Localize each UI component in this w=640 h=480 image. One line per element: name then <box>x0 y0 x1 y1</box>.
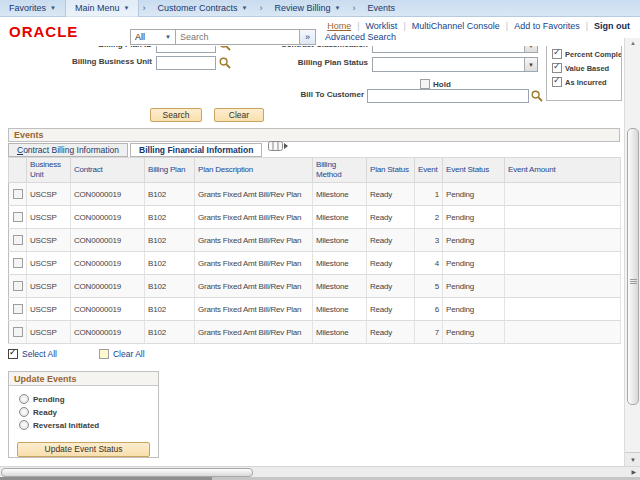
row-select-checkbox[interactable] <box>13 304 23 314</box>
breadcrumb-customer-contracts[interactable]: Customer Contracts ▼ <box>148 0 256 17</box>
horizontal-scrollbar-thumb[interactable] <box>1 468 253 477</box>
search-button[interactable]: Search <box>150 108 202 122</box>
column-header-event-amount: Event Amount <box>505 158 621 183</box>
search-input[interactable] <box>176 29 300 45</box>
cell-event-amount <box>505 321 621 344</box>
dropdown-arrow-icon: ▼ <box>524 46 537 52</box>
cell-business-unit: USCSP <box>27 275 71 298</box>
tab-contract-billing-information[interactable]: Contract Billing Information <box>8 143 128 157</box>
row-select-checkbox[interactable] <box>13 258 23 268</box>
clear-button[interactable]: Clear <box>214 108 264 122</box>
billing-business-unit-label: Billing Business Unit <box>0 57 152 66</box>
pending-radio[interactable] <box>19 394 29 404</box>
billing-business-unit-input[interactable] <box>156 56 216 70</box>
clear-all-link[interactable]: Clear All <box>99 349 145 359</box>
filter-form: Billing Plan ID Billing Business Unit Co… <box>0 46 622 128</box>
cell-contract: CON0000019 <box>71 252 145 275</box>
as-incurred-checkbox[interactable]: ✓ <box>552 77 562 87</box>
tab-label: ontract Billing Information <box>23 145 119 155</box>
search-go-button[interactable]: » <box>300 29 316 45</box>
oracle-logo: ORACLE <box>9 24 78 39</box>
row-select-checkbox[interactable] <box>13 235 23 245</box>
cell-event-amount <box>505 298 621 321</box>
update-event-status-button[interactable]: Update Event Status <box>17 442 150 457</box>
cell-event-status: Pending <box>443 275 505 298</box>
breadcrumb-events: Events <box>358 0 404 17</box>
breadcrumb-separator-icon: › <box>139 3 148 13</box>
value-based-checkbox[interactable]: ✓ <box>552 63 562 73</box>
bill-to-customer-label: Bill To Customer <box>230 90 364 99</box>
column-header-select <box>9 158 27 183</box>
clear-all-label: Clear All <box>113 349 145 359</box>
table-row: USCSP CON0000019 B102 Grants Fixed Amt B… <box>9 298 621 321</box>
cell-plan-description: Grants Fixed Amt Bill/Rev Plan <box>195 229 313 252</box>
cell-billing-method: Milestone <box>313 275 367 298</box>
table-row: USCSP CON0000019 B102 Grants Fixed Amt B… <box>9 321 621 344</box>
cell-billing-method: Milestone <box>313 229 367 252</box>
update-events-header: Update Events <box>9 372 158 386</box>
percent-complete-item: ✓ Percent Complete <box>552 49 622 59</box>
cell-contract: CON0000019 <box>71 229 145 252</box>
row-select-checkbox[interactable] <box>13 189 23 199</box>
column-header-plan-description: Plan Description <box>195 158 313 183</box>
select-all-link[interactable]: ✓ Select All <box>8 349 57 359</box>
tab-billing-financial-information[interactable]: Billing Financial Information <box>130 143 262 157</box>
breadcrumb-main-menu[interactable]: Main Menu ▼ <box>66 0 138 17</box>
contract-classification-select[interactable]: ▼ <box>372 46 538 53</box>
cell-event-status: Pending <box>443 183 505 206</box>
percent-complete-checkbox[interactable]: ✓ <box>552 49 562 59</box>
cell-business-unit: USCSP <box>27 183 71 206</box>
update-events-group: Update Events Pending Ready Reversal Ini… <box>8 371 159 458</box>
bill-to-customer-lookup-icon[interactable] <box>531 90 543 102</box>
scroll-down-icon[interactable]: ▼ <box>625 452 640 466</box>
row-select-checkbox[interactable] <box>13 327 23 337</box>
add-to-favorites-link[interactable]: Add to Favorites <box>514 21 580 31</box>
cell-event-status: Pending <box>443 298 505 321</box>
advanced-search-link[interactable]: Advanced Search <box>325 32 396 42</box>
cell-event: 7 <box>415 321 443 344</box>
reversal-initiated-radio[interactable] <box>19 420 29 430</box>
show-all-columns-icon[interactable] <box>268 137 289 155</box>
cell-plan-status: Ready <box>367 206 415 229</box>
cell-business-unit: USCSP <box>27 229 71 252</box>
hold-label: Hold <box>433 80 451 89</box>
link-separator: | <box>586 21 588 31</box>
cell-contract: CON0000019 <box>71 183 145 206</box>
cell-plan-status: Ready <box>367 275 415 298</box>
column-header-billing-method: Billing Method <box>313 158 367 183</box>
vertical-scrollbar-thumb[interactable] <box>627 128 639 405</box>
events-section-header: Events <box>8 128 620 142</box>
horizontal-scrollbar[interactable]: ▶ <box>0 466 640 477</box>
billing-plan-id-input[interactable] <box>156 46 216 53</box>
scroll-up-icon[interactable]: ▲ <box>625 40 640 46</box>
check-icon: ✓ <box>553 76 561 85</box>
link-separator: | <box>506 21 508 31</box>
as-incurred-label: As Incurred <box>565 78 607 87</box>
table-row: USCSP CON0000019 B102 Grants Fixed Amt B… <box>9 229 621 252</box>
ready-radio[interactable] <box>19 407 29 417</box>
row-select-checkbox[interactable] <box>13 212 23 222</box>
billing-method-filter-group: ✓ Percent Complete ✓ Value Based ✓ As In… <box>546 46 622 101</box>
search-scope-select[interactable]: All ▼ <box>130 29 176 45</box>
breadcrumb-favorites[interactable]: Favorites ▼ <box>0 0 65 17</box>
cell-contract: CON0000019 <box>71 321 145 344</box>
reversal-initiated-option: Reversal Initiated <box>19 420 99 430</box>
sign-out-link[interactable]: Sign out <box>594 21 630 31</box>
bill-to-customer-input[interactable] <box>367 89 529 103</box>
breadcrumb-review-billing[interactable]: Review Billing ▼ <box>265 0 349 17</box>
peoplesoft-events-page: Favorites ▼ Main Menu ▼ › Customer Contr… <box>0 0 640 480</box>
row-select-checkbox[interactable] <box>13 281 23 291</box>
cell-billing-plan: B102 <box>145 298 195 321</box>
billing-plan-status-select[interactable]: ▼ <box>372 57 538 72</box>
clear-all-checkbox-icon <box>99 349 109 359</box>
as-incurred-item: ✓ As Incurred <box>552 77 607 87</box>
multichannel-console-link[interactable]: MultiChannel Console <box>412 21 500 31</box>
column-header-event: Event <box>415 158 443 183</box>
select-all-checkbox-icon: ✓ <box>8 349 18 359</box>
vertical-scrollbar[interactable]: ▲ ▼ <box>624 38 640 466</box>
cell-billing-method: Milestone <box>313 252 367 275</box>
hold-checkbox[interactable] <box>420 79 430 89</box>
cell-event: 2 <box>415 206 443 229</box>
cell-billing-plan: B102 <box>145 321 195 344</box>
cell-event-amount <box>505 229 621 252</box>
